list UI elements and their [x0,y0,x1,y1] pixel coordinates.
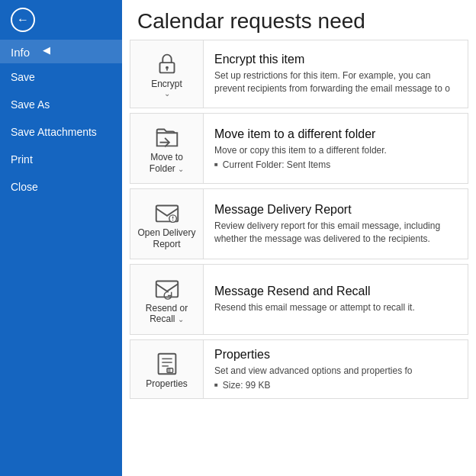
sidebar-item-save[interactable]: Save [0,63,122,91]
resend-recall-desc: Resend this email message or attempt to … [214,301,457,314]
back-button[interactable]: ← [0,0,122,40]
properties-icon-box[interactable]: Properties [130,340,204,398]
move-folder-title: Move item to a different folder [214,127,457,141]
properties-desc: Set and view advanced options and proper… [214,365,457,378]
sidebar: ← Info ◀ Save Save As Save Attachments P… [0,0,122,476]
encrypt-desc: Set up restrictions for this item. For e… [214,69,457,95]
delivery-report-icon-box[interactable]: Open Delivery Report [130,189,204,259]
folder-arrow-icon [153,123,182,152]
delivery-report-title: Message Delivery Report [214,203,457,217]
sidebar-item-info[interactable]: Info ◀ [0,40,122,63]
move-folder-desc: Move or copy this item to a different fo… [214,144,457,157]
action-item-properties: Properties Properties Set and view advan… [130,339,468,399]
encrypt-title: Encrypt this item [214,53,457,66]
delivery-report-label: Open Delivery Report [137,227,195,249]
properties-bullet: Size: 99 KB [214,380,457,391]
action-item-delivery-report: Open Delivery Report Message Delivery Re… [130,188,468,259]
move-folder-bullet: Current Folder: Sent Items [214,159,457,170]
svg-point-1 [166,66,169,69]
action-item-resend-recall: Resend or Recall ⌄ Message Resend and Re… [130,264,468,335]
action-item-encrypt: Encrypt ⌄ Encrypt this item Set up restr… [130,40,468,108]
sidebar-info-label: Info [11,46,30,59]
svg-rect-8 [156,281,178,297]
resend-recall-title: Message Resend and Recall [214,285,457,298]
encrypt-icon-box[interactable]: Encrypt ⌄ [130,40,204,108]
action-items-list: Encrypt ⌄ Encrypt this item Set up restr… [122,40,476,476]
back-icon: ← [11,8,35,32]
svg-point-7 [172,220,173,221]
delivery-report-desc: Review delivery report for this email me… [214,220,457,246]
properties-title: Properties [214,348,457,362]
resend-recall-label: Resend or Recall ⌄ [146,303,188,325]
move-folder-icon-box[interactable]: Move to Folder ⌄ [130,114,204,183]
resend-recall-icon-box[interactable]: Resend or Recall ⌄ [130,265,204,334]
sidebar-item-close[interactable]: Close [0,173,122,201]
encrypt-label: Encrypt ⌄ [151,79,182,98]
resend-recall-icon [153,274,182,303]
properties-icon [153,349,182,378]
page-title: Calendar requests need [122,0,476,40]
delivery-report-icon [153,198,182,227]
lock-icon [153,50,182,79]
sidebar-item-save-as[interactable]: Save As [0,91,122,118]
svg-point-5 [169,215,176,223]
properties-label: Properties [146,378,188,389]
sidebar-item-save-attachments[interactable]: Save Attachments [0,118,122,146]
main-content: Calendar requests need Encrypt ⌄ Encrypt… [122,0,476,476]
sidebar-item-print[interactable]: Print [0,146,122,173]
move-folder-label: Move to Folder ⌄ [150,152,184,174]
action-item-move-folder: Move to Folder ⌄ Move item to a differen… [130,113,468,184]
